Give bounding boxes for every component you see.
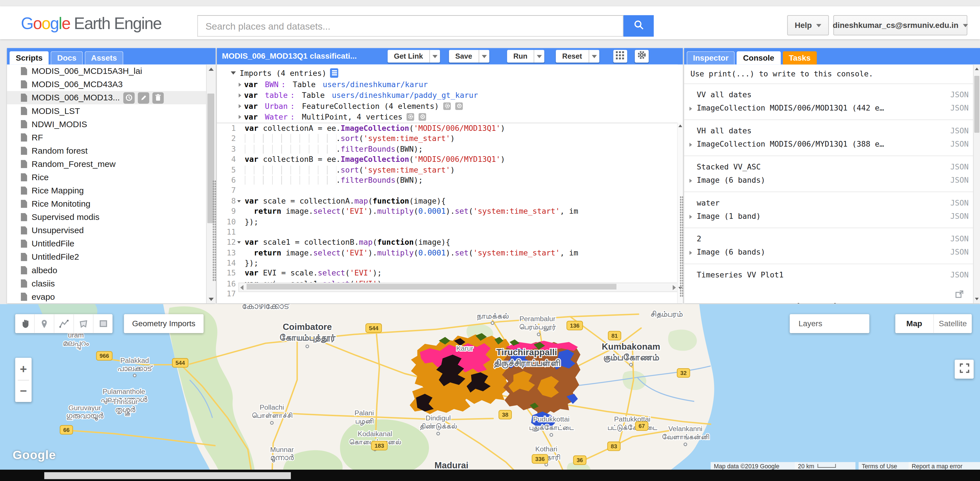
import-row[interactable]: var Urban: FeatureCollection (4 elements…	[217, 100, 678, 111]
json-link[interactable]: JSON	[950, 125, 969, 138]
script-file-item[interactable]: Random_Forest_mew	[7, 157, 207, 171]
geometry-settings-icon[interactable]	[407, 113, 415, 121]
polyline-icon[interactable]	[54, 314, 74, 333]
account-button[interactable]: dineshkumar_cs@srmuniv.edu.in	[834, 15, 967, 35]
script-file-item[interactable]: albedo	[7, 264, 207, 277]
scroll-left-icon[interactable]	[240, 285, 243, 290]
geometry-settings-icon[interactable]	[443, 102, 451, 110]
history-button[interactable]	[123, 92, 134, 103]
expand-icon[interactable]	[689, 143, 692, 147]
console-row[interactable]: ImageCollection MODIS/006/MYD13Q1 (388 e…	[684, 138, 974, 151]
reset-button[interactable]: Reset	[556, 50, 599, 63]
map-viewport[interactable]: കോഴിക്കോട്uramമലപ്പുറംCoimbatoreகோயம்புத…	[0, 304, 980, 481]
tab-docs[interactable]: Docs	[51, 51, 83, 65]
edit-button[interactable]	[138, 92, 149, 103]
fold-icon[interactable]	[237, 200, 241, 202]
code-line[interactable]: 5 .sort('system:time_start')	[217, 165, 678, 175]
json-link[interactable]: JSON	[950, 269, 969, 282]
geometry-imports-button[interactable]: Geometry Imports	[124, 314, 204, 333]
code-editor[interactable]: 1var collectionA = ee.ImageCollection('M…	[217, 123, 678, 303]
code-line[interactable]: 7	[217, 186, 678, 196]
code-line[interactable]: 13 return image.select('EVI').multiply(0…	[217, 248, 678, 258]
scroll-down-icon[interactable]	[974, 295, 980, 303]
search-input[interactable]	[197, 15, 623, 37]
reset-dropdown[interactable]	[588, 50, 599, 63]
code-token[interactable]: users/dineshkumar/karur	[323, 80, 428, 89]
delete-button[interactable]	[152, 92, 163, 103]
script-file-item[interactable]: Random forest	[7, 144, 207, 157]
json-link[interactable]: JSON	[950, 233, 969, 246]
script-file-item[interactable]: UntitledFile	[7, 237, 207, 250]
scrollbar-thumb[interactable]	[974, 76, 980, 133]
scroll-down-icon[interactable]	[207, 295, 215, 303]
terms-of-use-link[interactable]: Terms of Use	[859, 462, 913, 470]
tab-console[interactable]: Console	[737, 51, 780, 65]
tab-assets[interactable]: Assets	[84, 51, 123, 65]
expand-icon[interactable]	[689, 179, 692, 183]
open-in-new-icon[interactable]	[956, 290, 964, 300]
json-link[interactable]: JSON	[950, 138, 969, 151]
code-line[interactable]: 3 .filterBounds(BWN);	[217, 144, 678, 154]
console-row[interactable]: Image (1 band)JSON	[684, 210, 974, 223]
script-file-item[interactable]: Rice Mapping	[7, 184, 207, 197]
hscrollbar-thumb[interactable]	[247, 284, 616, 290]
zoom-out-button[interactable]: −	[15, 380, 32, 402]
json-link[interactable]: JSON	[950, 197, 969, 210]
run-button[interactable]: Run	[507, 50, 544, 63]
json-link[interactable]: JSON	[950, 246, 969, 259]
expand-icon[interactable]	[239, 83, 241, 86]
collapse-icon[interactable]	[231, 71, 236, 75]
get-link-button[interactable]: Get Link	[388, 50, 440, 63]
import-row[interactable]: var BWN: Table users/dineshkumar/karur	[217, 79, 678, 90]
expand-icon[interactable]	[239, 93, 241, 97]
console-row[interactable]: Image (6 bands)JSON	[684, 246, 974, 259]
expand-icon[interactable]	[239, 114, 241, 118]
code-line[interactable]: 15var EVI = scale.select('EVI');	[217, 268, 678, 279]
script-file-item[interactable]: MODIS_006_MCD15A3H_lai	[7, 65, 207, 78]
json-link[interactable]: JSON	[950, 160, 969, 174]
code-line[interactable]: 2 .sort('system:time_start')	[217, 133, 678, 144]
code-line[interactable]: 11	[217, 227, 678, 237]
run-dropdown[interactable]	[534, 50, 544, 63]
script-file-item[interactable]: Rice	[7, 171, 207, 184]
pan-hand-icon[interactable]	[15, 314, 35, 333]
console-row[interactable]: Image (6 bands)JSON	[684, 174, 974, 187]
script-file-item[interactable]: NDWI_MODIS	[7, 117, 207, 131]
scroll-up-icon[interactable]	[974, 65, 980, 73]
save-dropdown[interactable]	[479, 50, 489, 63]
tab-tasks[interactable]: Tasks	[783, 51, 817, 65]
scroll-up-icon[interactable]	[207, 65, 215, 73]
settings-button[interactable]	[635, 50, 648, 63]
layers-button[interactable]: Layers	[790, 314, 869, 333]
script-file-item[interactable]: evapo	[7, 290, 207, 303]
imports-doc-icon[interactable]	[330, 68, 339, 78]
code-line[interactable]: 6 .filterBounds(BWN);	[217, 175, 678, 186]
script-file-item[interactable]: MODIS_006_MCD43A3	[7, 78, 207, 91]
scroll-right-icon[interactable]	[673, 285, 676, 290]
map-type-map[interactable]: Map	[896, 314, 934, 333]
expand-icon[interactable]	[689, 251, 692, 255]
expand-icon[interactable]	[689, 215, 692, 219]
point-marker-icon[interactable]	[35, 314, 54, 333]
import-row[interactable]: var table: Table users/dineshkumar/paddy…	[217, 90, 678, 100]
search-button[interactable]	[624, 15, 654, 37]
script-file-item[interactable]: Rice Monitoting	[7, 197, 207, 210]
editor-hscrollbar[interactable]	[238, 283, 678, 292]
polygon-icon[interactable]	[74, 314, 94, 333]
hscrollbar-thumb[interactable]	[44, 472, 291, 479]
scroll-up-icon[interactable]	[679, 125, 682, 127]
code-line[interactable]: 8var scale = collectionA.map(function(im…	[217, 196, 678, 206]
fullscreen-button[interactable]	[955, 360, 974, 379]
script-file-item[interactable]: MODIS_LST	[7, 104, 207, 117]
apps-grid-button[interactable]	[613, 50, 627, 63]
get-link-dropdown[interactable]	[429, 50, 440, 63]
zoom-to-geometry-icon[interactable]	[419, 113, 426, 121]
panel-splitter[interactable]	[680, 196, 683, 297]
expand-icon[interactable]	[239, 104, 241, 108]
help-button[interactable]: Help	[787, 15, 829, 35]
script-file-item[interactable]: Supervised modis	[7, 211, 207, 224]
console-row[interactable]: ImageCollection MODIS/006/MOD13Q1 (442 e…	[684, 102, 974, 115]
script-file-item[interactable]: MODIS_006_MOD13...	[7, 91, 207, 104]
tab-scripts[interactable]: Scripts	[10, 51, 49, 65]
save-button[interactable]: Save	[449, 50, 489, 63]
